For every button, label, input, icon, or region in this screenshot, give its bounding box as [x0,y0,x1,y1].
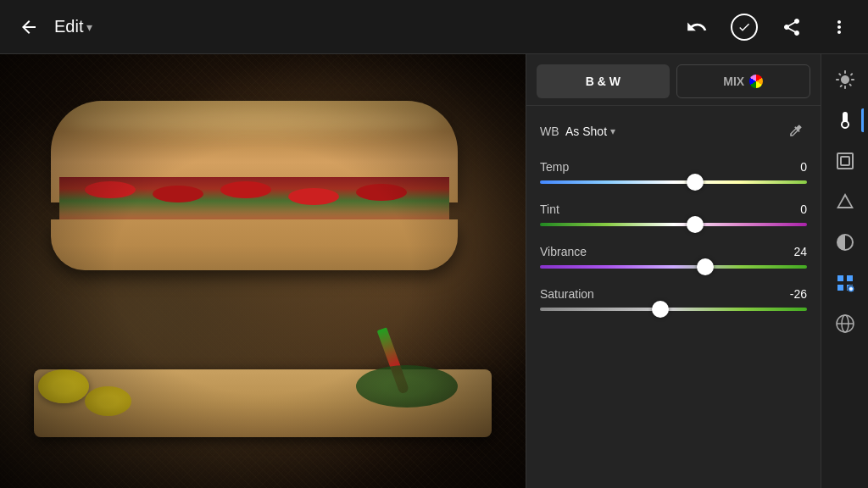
slider-row-saturation: Saturation -26 [540,287,807,311]
slider-track-saturation[interactable] [540,308,807,311]
svg-rect-1 [841,157,849,165]
vignette-overlay [0,54,526,488]
slider-row-temp: Temp 0 [540,160,807,184]
mix-color-dot [749,75,763,88]
slider-row-tint: Tint 0 [540,202,807,226]
top-bar-right [682,12,854,42]
slider-track-tint[interactable] [540,223,807,226]
slider-value-temp: 0 [800,160,807,174]
svg-rect-0 [837,153,853,169]
wb-chevron: ▾ [610,125,615,137]
top-bar: Edit ▾ [0,0,868,54]
slider-row-vibrance: Vibrance 24 [540,245,807,269]
slider-header-vibrance: Vibrance 24 [540,245,807,258]
thermometer-icon-button[interactable] [826,102,864,139]
main-area: B & W MIX WB As Shot ▾ [0,54,868,488]
image-panel [0,54,526,488]
wb-value-text: As Shot [565,125,607,138]
slider-value-tint: 0 [800,202,807,216]
slider-header-saturation: Saturation -26 [540,287,807,301]
slider-label-saturation: Saturation [540,287,594,301]
globe-icon-button[interactable] [826,305,864,342]
share-button[interactable] [776,12,807,42]
circle-half-icon-button[interactable] [826,224,864,261]
done-circle [731,14,758,41]
slider-label-temp: Temp [540,160,569,174]
slider-header-tint: Tint 0 [540,202,807,216]
right-panel: B & W MIX WB As Shot ▾ [526,54,821,488]
slider-thumb-saturation[interactable] [652,301,669,318]
edit-label: Edit [54,17,83,36]
grid-effects-icon-button[interactable] [826,264,864,302]
slider-track-temp[interactable] [540,180,807,184]
sun-icon-button[interactable] [826,61,864,98]
top-bar-left: Edit ▾ [14,12,668,42]
undo-button[interactable] [682,12,712,42]
edit-chevron: ▾ [86,20,92,34]
slider-value-saturation: -26 [790,287,807,301]
slider-label-tint: Tint [540,202,559,216]
frame-icon-button[interactable] [826,142,864,180]
sandwich-background [0,54,526,488]
edit-title[interactable]: Edit ▾ [54,17,92,36]
slider-thumb-vibrance[interactable] [697,258,714,275]
tab-mix-label: MIX [723,75,744,88]
tab-bw-label: B & W [586,75,620,88]
back-button[interactable] [14,12,44,42]
slider-header-temp: Temp 0 [540,160,807,174]
color-tabs: B & W MIX [526,54,821,106]
slider-value-vibrance: 24 [793,245,807,258]
done-button[interactable] [729,12,760,42]
slider-label-vibrance: Vibrance [540,245,587,258]
tab-bw[interactable]: B & W [537,64,670,98]
slider-track-vibrance[interactable] [540,265,807,269]
active-indicator [861,108,864,132]
sliders-section: WB As Shot ▾ Temp 0 [526,106,821,488]
tab-mix[interactable]: MIX [676,64,811,98]
triangle-icon-button[interactable] [826,183,864,220]
slider-thumb-temp[interactable] [687,174,704,191]
side-icons-panel [821,54,868,488]
slider-thumb-tint[interactable] [687,216,704,233]
wb-value-container[interactable]: As Shot ▾ [565,125,783,138]
wb-row: WB As Shot ▾ [540,119,807,143]
more-button[interactable] [824,12,854,42]
eyedropper-button[interactable] [783,119,807,143]
wb-label: WB [540,125,565,138]
